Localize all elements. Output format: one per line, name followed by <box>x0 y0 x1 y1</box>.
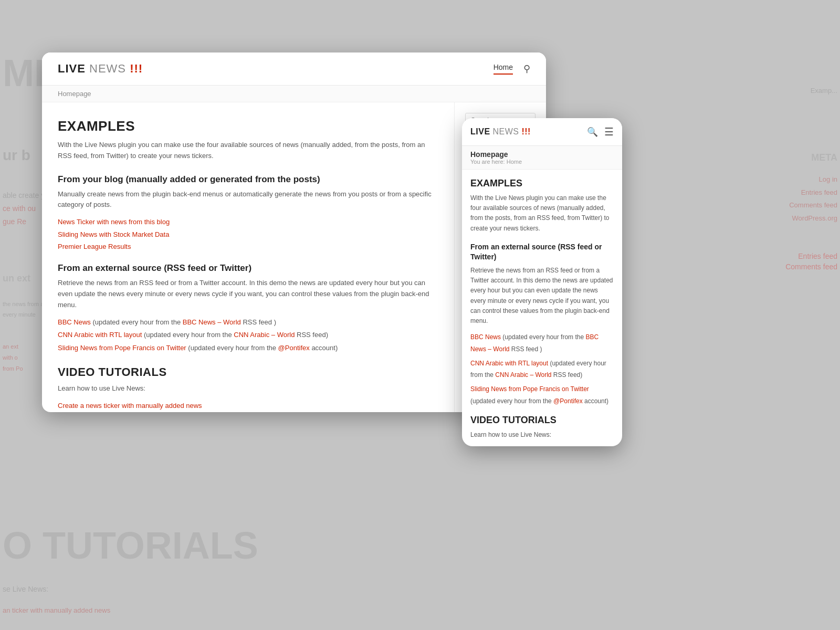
video-tutorials-intro: Learn how to use Live News: <box>58 383 438 394</box>
mobile-rss-item-2: CNN Arabic with RTL layout (updated ever… <box>470 358 614 382</box>
link-news-ticker[interactable]: News Ticker with news from this blog <box>58 216 438 228</box>
video-links: Create a news ticker with manually added… <box>58 400 438 412</box>
desktop-search-icon[interactable]: ⚲ <box>523 63 530 75</box>
video-tutorials-title: VIDEO TUTORIALS <box>58 365 438 379</box>
mobile-logo-live: LIVE <box>470 127 490 136</box>
section1-links: News Ticker with news from this blog Sli… <box>58 216 438 253</box>
mobile-body: EXAMPLES With the Live News plugin you c… <box>462 170 622 446</box>
bbc-news-link[interactable]: BBC News <box>58 318 91 326</box>
mobile-breadcrumb: Homepage You are here: Home <box>462 146 622 170</box>
mobile-section1-text: Retrieve the news from an RSS feed or fr… <box>470 266 614 326</box>
pontifex-link[interactable]: @Pontifex <box>278 344 310 352</box>
page-title: EXAMPLES <box>58 118 438 134</box>
mobile-pontifex-link[interactable]: @Pontifex <box>553 397 583 405</box>
desktop-logo: LIVE NEWS !!! <box>58 62 143 76</box>
desktop-nav: Home ⚲ <box>494 63 530 75</box>
rss-item-2: CNN Arabic with RTL layout (updated ever… <box>58 329 438 342</box>
desktop-breadcrumb: Homepage <box>42 86 546 102</box>
mobile-logo: LIVE NEWS !!! <box>470 127 531 136</box>
mobile-page-title: EXAMPLES <box>470 178 614 189</box>
pope-francis-link[interactable]: Sliding News from Pope Francis on Twitte… <box>58 344 186 352</box>
nav-item-home[interactable]: Home <box>494 63 513 75</box>
desktop-header: LIVE NEWS !!! Home ⚲ <box>42 52 546 86</box>
section2-title: From an external source (RSS feed or Twi… <box>58 263 438 274</box>
mobile-menu-icon[interactable]: ☰ <box>604 125 614 138</box>
mobile-breadcrumb-sub: You are here: Home <box>470 159 614 165</box>
cnn-arabic-link[interactable]: CNN Arabic with RTL layout <box>58 331 142 339</box>
mobile-video-intro: Learn how to use Live News: <box>470 430 614 440</box>
mobile-rss-item-1: BBC News (updated every hour from the BB… <box>470 331 614 355</box>
mobile-logo-excl: !!! <box>519 127 531 136</box>
mobile-rss-item-3: Sliding News from Pope Francis on Twitte… <box>470 383 614 407</box>
mobile-window: LIVE NEWS !!! 🔍 ☰ Homepage You are here:… <box>462 118 622 446</box>
rss-item-3: Sliding News from Pope Francis on Twitte… <box>58 342 438 355</box>
mobile-bbc-link[interactable]: BBC News <box>470 333 501 341</box>
section1-title: From your blog (manually added or genera… <box>58 174 438 185</box>
section1-text: Manually create news from the plugin bac… <box>58 189 438 211</box>
section2-text: Retrieve the news from an RSS feed or fr… <box>58 278 438 310</box>
mobile-breadcrumb-title: Homepage <box>470 150 614 159</box>
mobile-nav-icons: 🔍 ☰ <box>587 125 614 138</box>
mobile-pope-link[interactable]: Sliding News from Pope Francis on Twitte… <box>470 385 589 393</box>
mobile-intro: With the Live News plugin you can make u… <box>470 193 614 234</box>
logo-live: LIVE <box>58 62 86 75</box>
section2-links: BBC News (updated every hour from the BB… <box>58 316 438 355</box>
video-link-2[interactable]: Create a news ticker with news from the … <box>58 412 438 412</box>
link-stock-market[interactable]: Sliding News with Stock Market Data <box>58 228 438 240</box>
mobile-cnn-world-link[interactable]: CNN Arabic – World <box>495 371 551 379</box>
mobile-video-title: VIDEO TUTORIALS <box>470 415 614 426</box>
mobile-search-icon[interactable]: 🔍 <box>587 127 598 138</box>
mobile-header: LIVE NEWS !!! 🔍 ☰ <box>462 118 622 146</box>
intro-text: With the Live News plugin you can make u… <box>58 140 438 162</box>
bbc-world-link[interactable]: BBC News – World <box>183 318 241 326</box>
desktop-main: EXAMPLES With the Live News plugin you c… <box>42 102 454 412</box>
video-link-1[interactable]: Create a news ticker with manually added… <box>58 400 438 412</box>
logo-news: NEWS <box>86 62 126 75</box>
logo-excl: !!! <box>126 62 143 75</box>
cnn-world-link[interactable]: CNN Arabic – World <box>234 331 295 339</box>
mobile-cnn-link[interactable]: CNN Arabic with RTL layout <box>470 360 548 367</box>
link-premier-league[interactable]: Premier League Results <box>58 240 438 253</box>
breadcrumb-homepage: Homepage <box>58 90 91 98</box>
mobile-section1-title: From an external source (RSS feed or Twi… <box>470 242 614 262</box>
rss-item-1: BBC News (updated every hour from the BB… <box>58 316 438 329</box>
mobile-logo-news: NEWS <box>490 127 519 136</box>
